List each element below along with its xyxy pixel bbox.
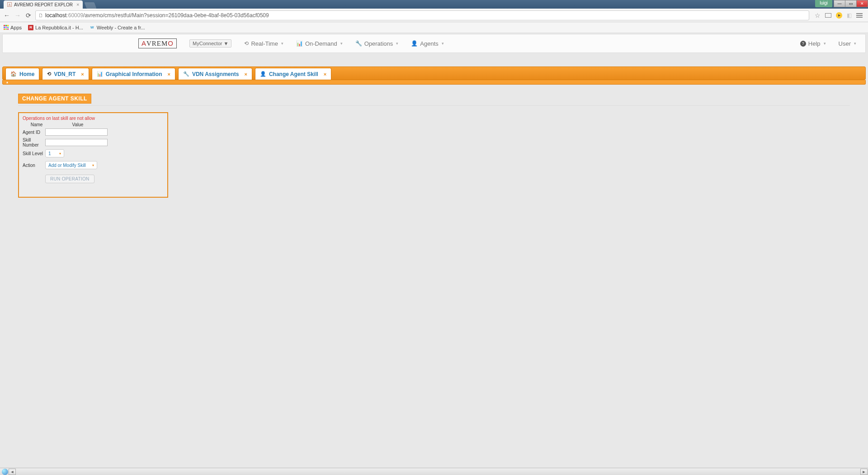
row-skill-number: Skill Number (23, 138, 164, 147)
nav-agents[interactable]: 👤 Agents ▾ (411, 40, 443, 47)
row-action: Action Add or Modify Skill ▾ (23, 161, 164, 169)
back-button[interactable]: ← (3, 11, 11, 19)
nav-agents-label: Agents (420, 40, 438, 47)
tab-vdn-assignments[interactable]: 🔧 VDN Assignments × (178, 68, 252, 80)
tab-close-icon[interactable]: × (167, 71, 170, 77)
window-close-button[interactable]: ✕ (856, 0, 868, 7)
tab-change-agent-skill-label: Change Agent Skill (269, 71, 318, 77)
window-maximize-button[interactable]: ▭ (845, 0, 857, 7)
home-icon: 🏠 (10, 71, 17, 77)
nav-ondemand-label: On-Demand (305, 40, 337, 47)
tab-strip-collapse[interactable]: ▴ (2, 80, 866, 85)
window-controls: luigi — ▭ ✕ (815, 0, 868, 7)
row-agent-id: Agent ID (23, 128, 164, 136)
caret-down-icon: ▾ (281, 41, 283, 46)
bookmark-repubblica[interactable]: R La Repubblica.it - H... (28, 25, 83, 30)
tab-vdn-rt[interactable]: ⟲ VDN_RT × (42, 68, 89, 80)
action-select[interactable]: Add or Modify Skill ▾ (45, 161, 97, 169)
skill-level-select[interactable]: 1 ▾ (45, 149, 64, 157)
tab-home[interactable]: 🏠 Home (5, 68, 39, 80)
page-icon: 🗋 (38, 13, 43, 18)
nav-user-label: User (839, 40, 851, 47)
column-headers: Name Value (23, 122, 164, 127)
agent-id-input[interactable] (45, 128, 108, 136)
run-operation-button[interactable]: RUN OPERATION (45, 175, 94, 183)
bookmark-repubblica-label: La Repubblica.it - H... (35, 25, 83, 30)
repubblica-favicon-icon: R (28, 25, 33, 30)
apps-grid-icon (4, 25, 9, 30)
nav-operations[interactable]: 🔧 Operations ▾ (355, 40, 399, 47)
page-content: CHANGE AGENT SKILL Operations on last sk… (18, 94, 850, 198)
skill-level-value: 1 (48, 151, 51, 156)
page-title: CHANGE AGENT SKILL (18, 94, 91, 104)
tab-graphical-info[interactable]: 📊 Graphical Information × (92, 68, 175, 80)
device-icon[interactable] (825, 13, 831, 18)
browser-tab[interactable]: A AVREMO REPORT EXPLOR × (4, 0, 83, 9)
action-label: Action (23, 163, 45, 168)
url-host: localhost (45, 12, 66, 19)
bookmark-weebly[interactable]: W Weebly - Create a fr... (90, 25, 145, 30)
connector-select[interactable]: MyConnector ▼ (189, 39, 231, 48)
tab-close-icon[interactable]: × (81, 71, 84, 77)
refresh-icon: ⟲ (244, 40, 249, 47)
bookmark-weebly-label: Weebly - Create a fr... (97, 25, 145, 30)
nav-ondemand[interactable]: 📊 On-Demand ▾ (296, 40, 343, 47)
url-port: :60009 (66, 12, 83, 19)
chrome-toolbar: ← → ⟳ 🗋 localhost:60009/avremo/cms/restf… (0, 9, 868, 22)
nav-user[interactable]: User ▾ (839, 40, 856, 47)
tab-strip: 🏠 Home ⟲ VDN_RT × 📊 Graphical Informatio… (2, 66, 866, 80)
tab-vdn-assignments-label: VDN Assignments (192, 71, 239, 77)
browser-tab-title: AVREMO REPORT EXPLOR (14, 2, 73, 7)
caret-down-icon: ▾ (59, 152, 61, 156)
tab-strip-container: 🏠 Home ⟲ VDN_RT × 📊 Graphical Informatio… (2, 66, 866, 85)
nav-help[interactable]: ? Help ▾ (800, 40, 826, 47)
chrome-menu-button[interactable] (856, 13, 863, 18)
user-icon: 👤 (411, 40, 418, 47)
wrench-icon: 🔧 (355, 40, 362, 47)
app-logo: AVREMO (138, 38, 177, 48)
apps-button[interactable]: Apps (4, 25, 22, 30)
caret-down-icon: ▾ (92, 163, 94, 167)
extension2-icon[interactable]: ◧ (847, 12, 852, 19)
caret-down-icon: ▾ (340, 41, 343, 46)
forward-button[interactable]: → (14, 11, 22, 19)
action-value: Add or Modify Skill (48, 163, 86, 168)
tab-home-label: Home (19, 71, 34, 77)
new-tab-button[interactable] (85, 2, 97, 9)
tab-vdn-rt-label: VDN_RT (54, 71, 75, 77)
nav-realtime[interactable]: ⟲ Real-Time ▾ (244, 40, 283, 47)
user-icon: 👤 (260, 71, 266, 77)
weebly-favicon-icon: W (90, 25, 95, 30)
warning-text: Operations on last skill are not allow (23, 116, 164, 121)
col-header-name: Name (23, 122, 51, 127)
url-path: /avremo/cms/restful/Main?session=26109da… (83, 12, 269, 19)
tab-close-icon[interactable]: × (76, 2, 79, 7)
caret-down-icon: ▾ (854, 41, 856, 46)
window-minimize-button[interactable]: — (834, 0, 845, 7)
skill-number-label: Skill Number (23, 138, 45, 147)
form-panel: Operations on last skill are not allow N… (18, 112, 168, 198)
chrome-titlebar: A AVREMO REPORT EXPLOR × luigi — ▭ ✕ (0, 0, 868, 9)
horizontal-scrollbar[interactable]: ◄ ► (0, 468, 868, 475)
help-icon: ? (800, 41, 806, 47)
reload-button[interactable]: ⟳ (24, 11, 33, 19)
tab-change-agent-skill[interactable]: 👤 Change Agent Skill × (255, 68, 331, 80)
agent-id-label: Agent ID (23, 130, 45, 135)
address-bar[interactable]: 🗋 localhost:60009/avremo/cms/restful/Mai… (35, 10, 809, 20)
nav-realtime-label: Real-Time (251, 40, 278, 47)
extension-icon[interactable]: ▶ (836, 12, 842, 19)
divider (18, 105, 850, 106)
app-header: AVREMO MyConnector ▼ ⟲ Real-Time ▾ 📊 On-… (2, 34, 866, 53)
bookmark-star-icon[interactable]: ☆ (815, 12, 821, 19)
skill-number-input[interactable] (45, 139, 108, 146)
start-orb-icon[interactable] (2, 469, 8, 475)
col-header-value: Value (51, 122, 105, 127)
skill-level-label: Skill Level (23, 151, 45, 156)
tab-close-icon[interactable]: × (324, 71, 326, 77)
nav-operations-label: Operations (364, 40, 393, 47)
scroll-right-button[interactable]: ► (860, 469, 868, 475)
scroll-left-button[interactable]: ◄ (9, 469, 16, 475)
tab-close-icon[interactable]: × (245, 71, 247, 77)
window-user-badge[interactable]: luigi (815, 0, 832, 7)
apps-label: Apps (10, 25, 22, 30)
